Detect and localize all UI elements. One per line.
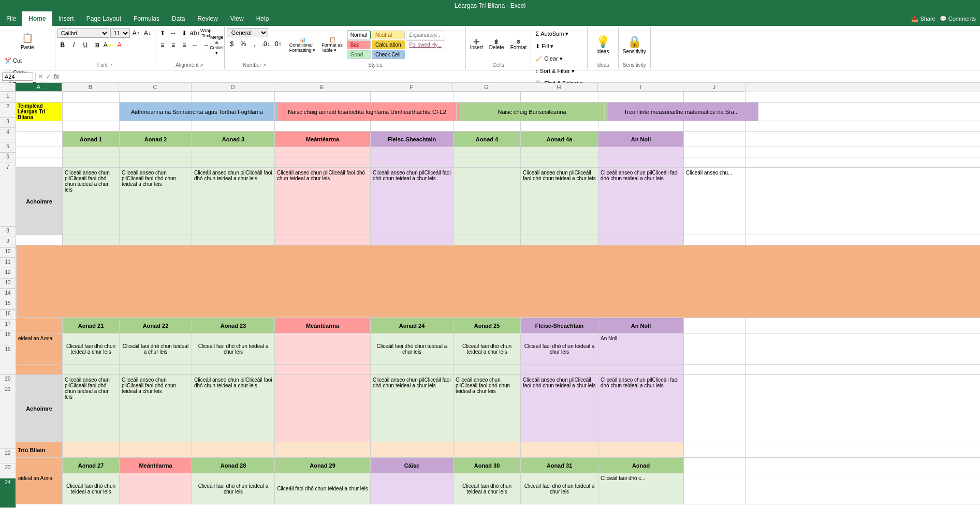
cell-f22[interactable] <box>371 442 454 457</box>
cell-c2[interactable]: Aidhmeanna na Sonraíochta agus Torthaí F… <box>120 103 275 121</box>
col-header-c[interactable]: C <box>119 83 192 92</box>
cell-c19[interactable]: Cliceáil faoi dhó chun teideal a chur le… <box>120 333 192 364</box>
cell-a20[interactable] <box>16 365 63 374</box>
cell-d6[interactable] <box>192 157 275 167</box>
cell-c5[interactable] <box>120 147 192 157</box>
cell-j2[interactable] <box>755 103 758 121</box>
grid-scroll-area[interactable]: 1 2 3 4 5 6 7 8 9 10 11 12 13 14 15 16 1… <box>0 92 980 508</box>
cell-j20[interactable] <box>684 365 746 374</box>
decrease-indent-button[interactable]: ← <box>190 40 200 50</box>
col-header-a[interactable]: A <box>16 83 62 92</box>
fill-button[interactable]: ⬇ Fill ▾ <box>533 40 555 52</box>
row-num-2[interactable]: 2 <box>0 103 16 118</box>
cell-h5[interactable] <box>521 147 598 157</box>
cell-h21[interactable]: Cliceáil anseo chun pilCliceáil faoi dhó… <box>521 375 598 442</box>
increase-decimal-button[interactable]: .0↑ <box>272 39 283 49</box>
row-num-4[interactable]: 4 <box>0 128 16 143</box>
cell-g23[interactable]: Aonad 30 <box>454 458 521 473</box>
cell-j21[interactable] <box>684 375 746 442</box>
ideas-button[interactable]: 💡 Ideas <box>594 32 612 57</box>
row-num-15[interactable]: 15 <box>0 299 16 310</box>
cancel-formula-icon[interactable]: ✕ <box>38 72 43 80</box>
format-cells-button[interactable]: ⚙ Format <box>508 32 529 57</box>
currency-button[interactable]: $ <box>227 39 237 49</box>
cell-g8[interactable] <box>454 235 521 245</box>
cell-j4[interactable] <box>684 132 746 147</box>
cell-h20[interactable] <box>521 365 598 374</box>
cell-d18[interactable]: Aonad 23 <box>192 318 275 333</box>
align-center-button[interactable]: ≡ <box>168 40 179 50</box>
cell-e24[interactable]: Cliceáil faoi dhó chun teideal a chur le… <box>275 473 371 504</box>
tab-formulas[interactable]: Formulas <box>127 11 166 26</box>
cell-b7[interactable]: Cliceáil anseo chun pilCliceáil faoi dhó… <box>63 168 120 235</box>
col-header-h[interactable]: H <box>520 83 598 92</box>
merge-center-button[interactable]: Merge & Center ▾ <box>212 40 222 50</box>
autosum-button[interactable]: Σ AutoSum ▾ <box>533 28 571 39</box>
clear-button[interactable]: 🧹 Clear ▾ <box>533 53 564 64</box>
cell-f24[interactable] <box>371 473 454 504</box>
cell-h1[interactable] <box>521 92 598 102</box>
percent-button[interactable]: % <box>238 39 248 49</box>
cell-d23[interactable]: Aonad 28 <box>192 458 275 473</box>
italic-button[interactable]: I <box>69 40 79 50</box>
style-normal[interactable]: Normal <box>347 31 371 39</box>
cell-j22[interactable] <box>684 442 746 457</box>
cell-g21[interactable]: Cliceáil anseo chun pilCliceáil faoi dhó… <box>454 375 521 442</box>
underline-button[interactable]: U <box>80 40 91 50</box>
decrease-font-button[interactable]: A↓ <box>142 28 153 38</box>
row-num-19[interactable]: 19 <box>0 345 16 375</box>
style-check-cell[interactable]: Check Cell <box>372 50 404 59</box>
row-num-18[interactable]: 18 <box>0 330 16 345</box>
tab-file[interactable]: File <box>0 11 22 26</box>
cell-e23[interactable]: Aonad 29 <box>275 458 371 473</box>
cell-f5[interactable] <box>371 147 454 157</box>
col-header-d[interactable]: D <box>192 83 274 92</box>
cell-c8[interactable] <box>120 235 192 245</box>
cell-a1[interactable] <box>16 92 63 102</box>
cell-h19[interactable]: Cliceáil faoi dhó chun teideal a chur le… <box>521 333 598 364</box>
cell-a22[interactable]: Tríú Bliain <box>16 442 63 457</box>
cell-e19[interactable] <box>275 333 371 364</box>
cell-f19[interactable]: Cliceáil faoi dhó chun teideal a chur le… <box>371 333 454 364</box>
cell-i2[interactable]: Treoirlínte measúnaithe matamaitice na S… <box>608 103 755 121</box>
cell-d4[interactable]: Aonad 3 <box>192 132 275 147</box>
cell-f4[interactable]: Fleisc-Sheachtain <box>371 132 454 147</box>
delete-button[interactable]: 🗑 Delete <box>487 32 506 57</box>
cell-a19[interactable]: eideal an Aona <box>16 333 63 364</box>
cell-c6[interactable] <box>120 157 192 167</box>
cell-b23[interactable]: Aonad 27 <box>63 458 120 473</box>
style-followed[interactable]: Followed Hy... <box>406 40 446 49</box>
cell-f7[interactable]: Cliceáil anseo chun pilCliceáil faoi dhó… <box>371 168 454 235</box>
tab-view[interactable]: View <box>224 11 250 26</box>
cell-a21[interactable]: Achoimre <box>16 375 63 442</box>
cell-b20[interactable] <box>63 365 120 374</box>
cell-i4[interactable]: An Noll <box>598 132 684 147</box>
cell-d7[interactable]: Cliceáil anseo chun pilCliceáil faoi dhó… <box>192 168 275 235</box>
cell-c20[interactable] <box>120 365 192 374</box>
row-num-17[interactable]: 17 <box>0 320 16 330</box>
row-num-13[interactable]: 13 <box>0 279 16 289</box>
cell-g22[interactable] <box>454 442 521 457</box>
cell-e20[interactable] <box>275 365 371 374</box>
cell-f1[interactable] <box>371 92 454 102</box>
align-middle-button[interactable]: ↔ <box>168 28 179 38</box>
cell-f3[interactable] <box>371 121 454 131</box>
cell-b4[interactable]: Aonad 1 <box>63 132 120 147</box>
cell-b6[interactable] <box>63 157 120 167</box>
cell-i3[interactable] <box>598 121 684 131</box>
cell-j23[interactable] <box>684 458 746 473</box>
cell-g4[interactable]: Aonad 4 <box>454 132 521 147</box>
cell-a18[interactable] <box>16 318 63 333</box>
col-header-f[interactable]: F <box>370 83 453 92</box>
tab-help[interactable]: Help <box>250 11 275 26</box>
cell-g1[interactable] <box>454 92 521 102</box>
style-explanatory[interactable]: Explanatory... <box>406 31 446 39</box>
cell-d20[interactable] <box>192 365 275 374</box>
angle-text-button[interactable]: ab↕ <box>190 28 200 38</box>
row-num-7[interactable]: 7 <box>0 163 16 227</box>
cell-ref-input[interactable] <box>2 72 33 81</box>
comma-button[interactable]: , <box>250 39 260 49</box>
cell-a2[interactable]: Teimpléad Léargas Trí Bliana <box>16 103 63 121</box>
row-num-23[interactable]: 23 <box>0 463 16 478</box>
cell-c3[interactable] <box>120 121 192 131</box>
